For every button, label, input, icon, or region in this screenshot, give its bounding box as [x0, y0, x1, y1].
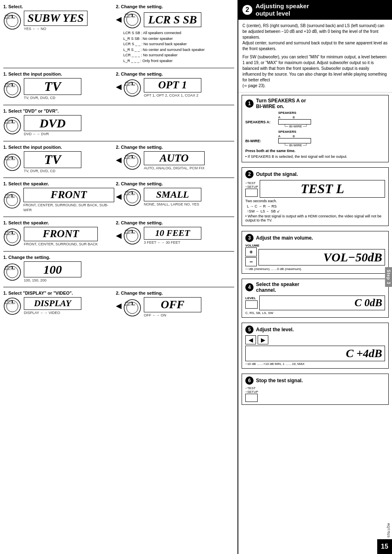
section3-knob-display: INPUT SELECTOR DVD DVD ←→ DVR: [3, 115, 114, 137]
section6-select: INPUT SELECTOR FRONT FRONT, CENTER, SURR…: [3, 227, 114, 247]
section8-sub2: OFF ←→ ON: [144, 313, 201, 318]
divider-1: [3, 68, 234, 68]
display-tv-2: TV: [24, 151, 81, 168]
svg-text:SELECTOR: SELECTOR: [4, 233, 15, 235]
svg-text:SELECTOR: SELECTOR: [124, 232, 135, 234]
section7-sub1: 100, 150, 200: [24, 278, 81, 283]
substep5-number: 5: [245, 325, 254, 334]
display-display: DISPLAY: [24, 297, 81, 309]
section1-display1: SUBW YES YES ←→ NO: [24, 11, 88, 31]
channel-sub: C, RS, SB, LS, SW: [245, 311, 385, 315]
svg-text:SELECTOR: SELECTOR: [4, 85, 15, 88]
desc-para1: C (center), RS (right surround), SB (sur…: [242, 23, 388, 52]
section4-headers: 1. Select the input position. 2. Change …: [3, 145, 234, 150]
section2-col1-header: 1. Select the input position.: [3, 72, 114, 76]
section8-change: INPUT SELECTOR OFF OFF ←→ ON: [123, 297, 238, 318]
display-front-1: FRONT: [23, 188, 114, 202]
stop-button[interactable]: [245, 394, 258, 402]
divider-7: [3, 287, 234, 287]
substep3-title: Adjust the main volume.: [256, 235, 313, 241]
speakers-a-ab: A B: [278, 115, 311, 119]
svg-text:SELECTOR: SELECTOR: [4, 158, 15, 161]
substep1-bullet: • If SPEAKERS B is selected, the test si…: [245, 155, 385, 159]
svg-text:SELECTOR: SELECTOR: [4, 122, 15, 124]
svg-text:SELECTOR: SELECTOR: [4, 268, 15, 270]
svg-text:SELECTOR: SELECTOR: [124, 16, 135, 18]
speakers-a-diagram: A B └─ BI-WIRE ─┘: [278, 115, 311, 128]
section6-knob-display: INPUT SELECTOR FRONT FRONT, CENTER, SURR…: [3, 227, 114, 247]
adjust-sub: −10 dB ……+10 dB MIN, 1 ……19, MAX: [245, 362, 385, 366]
vol-plus-btn[interactable]: +: [245, 247, 257, 256]
section8-headers: 1. Select "DISPLAY" or "VIDEO". 2. Chang…: [3, 291, 234, 295]
substep5-title: Adjust the level.: [256, 327, 294, 332]
section8-col1-header: 1. Select "DISPLAY" or "VIDEO".: [3, 291, 114, 295]
section4-col2-header: 2. Change the setting.: [116, 145, 163, 150]
section8-display2-wrap: OFF OFF ←→ ON: [144, 297, 201, 318]
knob-icon-2: INPUT SELECTOR: [123, 11, 141, 29]
vol-minus-btn[interactable]: −: [245, 257, 257, 266]
section4-select: INPUT SELECTOR TV TV, DVR, DVD, CD: [3, 151, 114, 174]
arrow-6: ◀: [116, 297, 122, 310]
volume-label: VOLUME: [245, 244, 385, 247]
vol-btn-wrap: + −: [245, 247, 257, 266]
display-lcr-s-sb: LCR S SB: [144, 12, 201, 28]
step2-header: 2 Adjusting speaker output level: [238, 0, 392, 20]
section5-display2-wrap: SMALL NONE, SMALL, LARGE NO, YES: [144, 188, 201, 207]
level-button[interactable]: [245, 300, 258, 309]
section1-knob-display: INPUT SELECTOR SUBW YES YES ←→ NO: [3, 11, 114, 31]
section1-headers: 1. Select. 2. Change the setting.: [3, 4, 234, 9]
desc-para2: For SW (subwoofer), you can select "MIN"…: [242, 54, 388, 89]
knob-icon-11: INPUT SELECTOR: [123, 227, 141, 245]
rqt-code: RQT7523: [387, 523, 390, 538]
display-subw-yes: SUBW YES: [24, 11, 88, 26]
substep6-header: 6 Stop the test signal.: [245, 376, 385, 385]
substep2-block: 2 Output the signal. −TEST −SETUP TEST L…: [242, 167, 389, 226]
speakers-diagram: SPEAKERS SPEAKERS A: A B └─ BI-WIRE ─┘ S…: [245, 111, 385, 147]
test-button[interactable]: [245, 189, 258, 197]
lcr-opt-6: L_R _ _ _ : Only front speaker: [123, 58, 238, 64]
substep1-block: 1 Turn SPEAKERS A orBI-WIRE on. SPEAKERS…: [242, 95, 389, 162]
knob-icon-7: INPUT SELECTOR: [123, 152, 141, 170]
right-arrow-btn[interactable]: ▶: [258, 335, 268, 344]
display-tv-1: TV: [24, 78, 81, 95]
section8-select: INPUT SELECTOR DISPLAY DISPLAY ←→ VIDEO: [3, 297, 114, 315]
svg-text:SELECTOR: SELECTOR: [124, 157, 135, 159]
section4-knob-display2: INPUT SELECTOR AUTO AUTO, ANALOG, DIGITA…: [123, 151, 238, 171]
spk-a-bar: [278, 119, 311, 124]
section5-select: INPUT SELECTOR FRONT FRONT, CENTER, SURR…: [3, 188, 114, 212]
right-description: C (center), RS (right surround), SB (sur…: [238, 20, 392, 92]
section2-select: INPUT SELECTOR TV TV, DVR, DVD, CD: [3, 78, 114, 101]
step2-title-line2: output level: [256, 10, 309, 17]
display-vol: VOL−50dB: [258, 249, 385, 265]
substep3-block: 3 Adjust the main volume. VOLUME + − VOL…: [242, 231, 389, 274]
section3-display1-wrap: DVD DVD ←→ DVR: [24, 115, 81, 137]
level-ctrl: LEVEL C 0dB: [245, 295, 385, 310]
substep3-number: 3: [245, 234, 254, 242]
section5-knob-display2: INPUT SELECTOR SMALL NONE, SMALL, LARGE …: [123, 188, 238, 207]
section5-headers: 1. Select the speaker. 2. Change the set…: [3, 181, 234, 186]
section4-sub1: TV, DVR, DVD, CD: [24, 169, 81, 174]
section6-col1-header: 1. Select the speaker.: [3, 220, 114, 225]
arrow-2: ◀: [116, 78, 122, 91]
section6-display1-wrap: FRONT FRONT, CENTER, SURROUND, SUR BACK: [24, 227, 98, 247]
section6-change: INPUT SELECTOR 10 FEET 3 FEET ←→ 30 FEET: [123, 227, 238, 245]
section7-headers: 1. Change the setting.: [3, 255, 234, 260]
section1-display2-wrap: LCR S SB: [144, 12, 201, 28]
section6-display2-wrap: 10 FEET 3 FEET ←→ 30 FEET: [144, 227, 201, 245]
section2-col2-header: 2. Change the setting.: [116, 72, 163, 76]
section8-col2-header: 2. Change the setting.: [116, 291, 163, 295]
knob-icon-12: INPUT SELECTOR: [3, 263, 21, 281]
svg-text:SELECTOR: SELECTOR: [4, 17, 15, 19]
display-opt1: OPT 1: [144, 78, 201, 92]
section3-col1-header: 1. Select "DVD" or "DVR".: [3, 108, 114, 113]
spk-a: A: [278, 115, 280, 119]
display-100: 100: [24, 261, 81, 277]
substep1-header: 1 Turn SPEAKERS A orBI-WIRE on.: [245, 98, 385, 109]
substep4-block: 4 Select the speakerchannel. LEVEL C 0dB…: [242, 279, 389, 318]
substep1-number: 1: [245, 99, 254, 108]
section4-display1-wrap: TV TV, DVR, DVD, CD: [24, 151, 81, 174]
section8-row: INPUT SELECTOR DISPLAY DISPLAY ←→ VIDEO …: [3, 297, 234, 318]
left-arrow-btn[interactable]: ◀: [245, 335, 256, 344]
knob-icon-10: INPUT SELECTOR: [3, 228, 21, 246]
section5-col1-header: 1. Select the speaker.: [3, 181, 114, 186]
